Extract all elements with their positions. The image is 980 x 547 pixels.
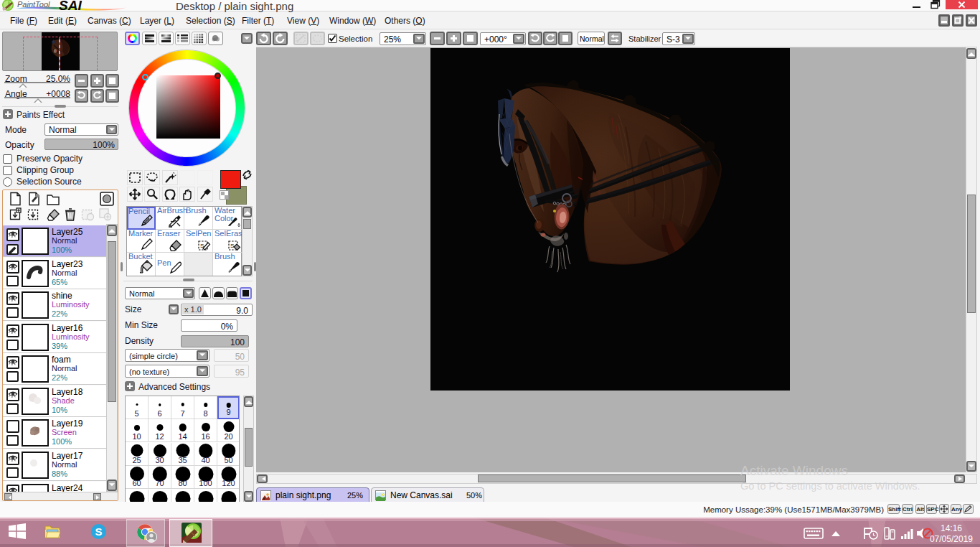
- svg-text:PaintTool: PaintTool: [17, 0, 50, 9]
- svg-text:S: S: [230, 243, 234, 249]
- svg-text:SAI: SAI: [59, 0, 82, 11]
